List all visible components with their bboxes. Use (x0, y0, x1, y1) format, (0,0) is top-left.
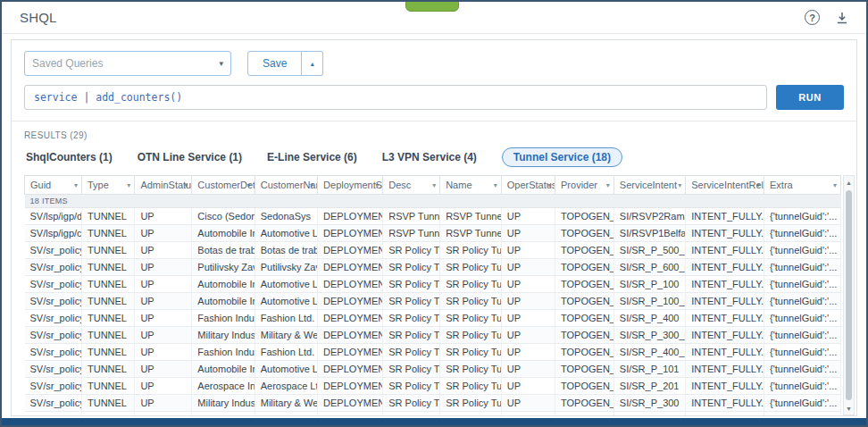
filter-caret-icon[interactable]: ▾ (833, 181, 837, 189)
column-header-type[interactable]: ▾Type (81, 176, 134, 195)
table-row[interactable]: SV/lsp/igp/c8e...TUNNELUPAutomobile In..… (25, 225, 841, 242)
table-cell: Automotive Ltd. (255, 361, 317, 378)
tab-e-line-service-6[interactable]: E-Line Service (6) (267, 147, 357, 167)
table-row[interactable]: SV/sr_policy/i...TUNNELUPFashion Indust.… (25, 310, 841, 327)
filter-caret-icon[interactable]: ▾ (606, 181, 610, 189)
shql-page: SHQL ? Saved Queries ▾ Save ▴ (0, 0, 868, 427)
table-row[interactable]: SV/sr_policy/i...TUNNELUPFashion Indust.… (25, 344, 841, 361)
table-cell: TOPOGEN_SR... (555, 259, 614, 276)
table-cell: TOPOGEN_SR... (555, 395, 614, 412)
table-cell: SR Policy Tunn... (383, 395, 440, 412)
column-header-extra[interactable]: ▾Extra (764, 176, 840, 195)
table-cell: UP (501, 412, 555, 416)
save-dropdown-button[interactable]: ▴ (302, 51, 323, 76)
column-header-guid[interactable]: ▾Guid (25, 176, 82, 195)
table-cell: DEPLOYMENT... (318, 344, 383, 361)
table-cell: UP (501, 327, 555, 344)
column-header-customerdetails[interactable]: ▾CustomerDetails (192, 176, 255, 195)
run-button[interactable]: RUN (776, 85, 844, 110)
save-button[interactable]: Save (247, 51, 302, 76)
table-cell: Automobile In... (192, 276, 255, 293)
table-cell: SR Policy Tunn... (383, 412, 440, 416)
scroll-down-icon[interactable]: ▼ (844, 402, 854, 414)
table-cell: SR Policy Tunn... (440, 395, 502, 412)
table-cell: TOPOGEN_RS... (555, 208, 614, 225)
table-cell: SV/sr_policy/i... (25, 327, 82, 344)
table-header-row: ▾Guid▾Type▾AdminStatus▾CustomerDetails▾C… (25, 176, 841, 195)
table-cell: UP (501, 242, 555, 259)
table-cell: DEPLOYMENT... (318, 378, 383, 395)
table-cell: RSVP Tunnel <... (440, 225, 502, 242)
table-cell: Military & Wea... (255, 327, 317, 344)
table-cell: UP (135, 208, 192, 225)
column-header-customername[interactable]: ▾CustomerName (255, 176, 317, 195)
column-header-provider[interactable]: ▾Provider (555, 176, 614, 195)
table-row[interactable]: SV/sr_policy/i...TUNNELUPMilitary Indust… (25, 395, 841, 412)
table-row[interactable]: SV/sr_policy/i...TUNNELUPAerospace Ind..… (25, 412, 841, 416)
tab-l3-vpn-service-4[interactable]: L3 VPN Service (4) (382, 147, 477, 167)
vertical-scrollbar[interactable]: ▲ ▼ (843, 175, 855, 415)
table-row[interactable]: SV/sr_policy/i...TUNNELUPMilitary Indust… (25, 327, 841, 344)
chevron-down-icon: ▾ (219, 59, 223, 68)
filter-caret-icon[interactable]: ▾ (127, 181, 130, 189)
table-row[interactable]: SV/lsp/igp/d16...TUNNELUPCisco (Sedona)S… (25, 208, 841, 225)
column-header-adminstatus[interactable]: ▾AdminStatus (135, 176, 192, 195)
column-header-deploymentstat[interactable]: ▾DeploymentStat (318, 176, 383, 195)
table-cell: {'tunnelGuid':'... (764, 412, 840, 416)
table-cell: INTENT_FULLY... (686, 310, 764, 327)
column-label: Provider (561, 180, 597, 190)
table-row[interactable]: SV/sr_policy/i...TUNNELUPAutomobile In..… (25, 293, 841, 310)
help-icon[interactable]: ? (805, 10, 820, 25)
table-cell: Automobile In... (192, 293, 255, 310)
table-row[interactable]: SV/sr_policy/i...TUNNELUPAutomobile In..… (25, 361, 841, 378)
table-cell: SI/SR_P_600_r... (613, 259, 685, 276)
table-cell: Military & Wea... (255, 395, 317, 412)
query-input[interactable]: service | add_counters() (24, 85, 767, 110)
table-cell: Fashion Ltd. (255, 310, 317, 327)
scrollbar-thumb[interactable] (846, 190, 852, 400)
results-section: RESULTS (29) ShqlCounters (1)OTN Line Se… (12, 121, 856, 415)
table-row[interactable]: SV/sr_policy/i...TUNNELUPPutilivsky Zav.… (25, 259, 841, 276)
table-cell: UP (135, 293, 192, 310)
column-header-desc[interactable]: ▾Desc (383, 176, 440, 195)
tab-shqlcounters-1[interactable]: ShqlCounters (1) (26, 147, 113, 167)
table-cell: SR Policy Tunn... (383, 361, 440, 378)
table-cell: UP (135, 276, 192, 293)
table-cell: INTENT_FULLY... (686, 242, 764, 259)
download-icon[interactable] (836, 12, 848, 24)
table-cell: TUNNEL (81, 293, 134, 310)
query-panel: Saved Queries ▾ Save ▴ service | add_cou… (12, 40, 856, 121)
table-cell: DEPLOYMENT... (318, 412, 383, 416)
filter-caret-icon[interactable]: ▾ (74, 181, 78, 189)
column-header-name[interactable]: ▾Name (440, 176, 502, 195)
tab-otn-line-service-1[interactable]: OTN Line Service (1) (138, 147, 242, 167)
column-header-serviceintentrel[interactable]: ▾ServiceIntentRel (686, 176, 764, 195)
table-row[interactable]: SV/sr_policy/i...TUNNELUPBotas de traba.… (25, 242, 841, 259)
table-cell: Botas de trabajo (255, 242, 317, 259)
column-header-operstatus[interactable]: ▾OperStatus (501, 176, 555, 195)
table-cell: SI/RSVP2Rama... (613, 208, 685, 225)
table-cell: SV/lsp/igp/c8e... (25, 225, 82, 242)
table-cell: DEPLOYMENT... (318, 361, 383, 378)
column-header-serviceintent[interactable]: ▾ServiceIntent (613, 176, 685, 195)
tab-tunnel-service-18[interactable]: Tunnel Service (18) (502, 147, 622, 167)
table-cell: SR Policy Tunn... (383, 378, 440, 395)
filter-caret-icon[interactable]: ▾ (494, 181, 497, 189)
filter-caret-icon[interactable]: ▾ (678, 181, 681, 189)
scroll-up-icon[interactable]: ▲ (844, 176, 854, 188)
column-label: OperStatus (507, 180, 555, 190)
table-cell: SI/SR_P_500_r... (613, 242, 685, 259)
table-row[interactable]: SV/sr_policy/i...TUNNELUPAutomobile In..… (25, 276, 841, 293)
table-cell: SV/sr_policy/i... (25, 412, 82, 416)
filter-caret-icon[interactable]: ▾ (432, 181, 436, 189)
saved-queries-placeholder: Saved Queries (32, 57, 103, 70)
table-row[interactable]: SV/sr_policy/i...TUNNELUPAerospace Ind..… (25, 378, 841, 395)
table-cell: TUNNEL (81, 327, 134, 344)
top-green-tab[interactable] (405, 0, 459, 12)
chevron-up-icon: ▴ (311, 60, 314, 68)
table-cell: Automotive Ltd. (255, 293, 317, 310)
table-cell: DEPLOYMENT... (318, 310, 383, 327)
table-cell: SI/SR_P_100 (613, 276, 685, 293)
table-cell: TUNNEL (81, 395, 134, 412)
saved-queries-select[interactable]: Saved Queries ▾ (24, 51, 231, 76)
